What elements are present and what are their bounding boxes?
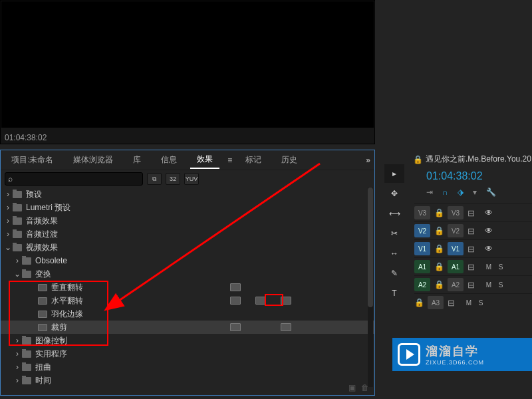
effects-scrollbar[interactable] [368, 188, 373, 387]
track-label[interactable]: A1 [414, 260, 430, 273]
folder-icon [13, 217, 22, 225]
tree-audio-effects[interactable]: ›音频效果 [1, 214, 374, 227]
tabs-overflow-icon[interactable]: » [366, 156, 370, 165]
tree-presets[interactable]: ›预设 [1, 188, 374, 201]
eye-icon[interactable]: 👁 [485, 208, 495, 217]
lock-icon[interactable]: 🔒 [434, 244, 444, 253]
tree-distort[interactable]: ›扭曲 [1, 360, 374, 374]
tab-history[interactable]: 历史 [275, 152, 304, 168]
filter-32bit[interactable]: 32 [166, 173, 180, 185]
track-a2[interactable]: A2 🔒 A2 ⊟ M S [414, 275, 532, 293]
effects-search[interactable]: ⌕ [5, 172, 143, 186]
effect-horizontal-flip[interactable]: 水平翻转 [1, 294, 374, 307]
toggle-output-icon[interactable]: ⊟ [467, 280, 481, 290]
toggle-output-icon[interactable]: ⊟ [467, 244, 481, 254]
marker-icon[interactable]: ⬗ [458, 188, 464, 197]
track-label[interactable]: V3 [414, 206, 430, 219]
tree-utility[interactable]: ›实用程序 [1, 347, 374, 360]
tree-audio-transitions[interactable]: ›音频过渡 [1, 227, 374, 241]
watermark: 溜溜自学 ZIXUE.3D66.COM [392, 338, 532, 371]
tree-time[interactable]: ›时间 [1, 374, 374, 387]
tree-label: 音频过渡 [26, 229, 58, 240]
tool-pen[interactable]: ✎ [384, 264, 404, 283]
tree-label: Lumetri 预设 [26, 202, 70, 213]
toggle-output-icon[interactable]: ⊟ [467, 226, 481, 236]
wrench-icon[interactable]: 🔧 [486, 188, 496, 197]
tree-label: 时间 [35, 375, 51, 386]
effect-crop[interactable]: 裁剪 [1, 321, 374, 334]
folder-icon [13, 231, 22, 238]
linked-selection-icon[interactable]: ∩ [442, 188, 448, 197]
track-v1[interactable]: V1 🔒 V1 ⊟ 👁 [414, 239, 532, 257]
folder-icon [22, 271, 31, 278]
tree-obsolete[interactable]: ›Obsolete [1, 254, 374, 267]
track-label[interactable]: A2 [414, 278, 430, 291]
lock-icon: 🔒 [413, 155, 423, 164]
effect-icon [38, 297, 47, 305]
solo-button[interactable]: S [497, 263, 505, 271]
tree-video-effects[interactable]: ⌄视频效果 [1, 241, 374, 254]
filter-accelerated[interactable]: ⧉ [147, 173, 162, 185]
panel-menu-icon[interactable]: ≡ [227, 156, 232, 165]
toggle-output-icon[interactable]: ⊟ [448, 298, 461, 308]
tool-slip[interactable]: ↔ [384, 244, 404, 263]
tool-selection[interactable]: ▸ [384, 164, 404, 183]
tool-ripple[interactable]: ⟷ [384, 204, 404, 223]
mute-button[interactable]: M [465, 299, 473, 307]
mute-button[interactable]: M [485, 281, 493, 289]
track-source[interactable]: V1 [448, 242, 464, 255]
tab-library[interactable]: 库 [126, 152, 148, 168]
effect-icon [38, 324, 47, 331]
toggle-output-icon[interactable]: ⊟ [467, 262, 481, 272]
track-a3[interactable]: 🔒 A3 ⊟ M S [414, 293, 532, 311]
tool-track-select[interactable]: ✥ [384, 184, 404, 203]
track-source[interactable]: V3 [448, 206, 464, 219]
tab-effects[interactable]: 效果 [190, 151, 219, 169]
preview-panel: 01:04:38:02 [0, 0, 375, 144]
filter-yuv[interactable]: YUV [184, 173, 199, 185]
eye-icon[interactable]: 👁 [485, 244, 495, 253]
tree-lumetri[interactable]: ›Lumetri 预设 [1, 201, 374, 214]
effect-feather-edges[interactable]: 羽化边缘 [1, 307, 374, 321]
delete-icon[interactable]: 🗑 [361, 383, 369, 392]
tab-markers[interactable]: 标记 [239, 152, 268, 168]
lock-icon[interactable]: 🔒 [434, 208, 444, 217]
track-a1[interactable]: A1 🔒 A1 ⊟ M S [414, 257, 532, 275]
track-v2[interactable]: V2 🔒 V2 ⊟ 👁 [414, 221, 532, 239]
track-source[interactable]: V2 [448, 224, 464, 237]
lock-icon[interactable]: 🔒 [434, 226, 444, 235]
tool-razor[interactable]: ✂ [384, 224, 404, 243]
new-bin-icon[interactable]: ▣ [348, 383, 356, 392]
eye-icon[interactable]: 👁 [485, 226, 495, 235]
solo-button[interactable]: S [477, 299, 485, 307]
search-input[interactable] [13, 174, 140, 184]
tree-image-control[interactable]: ›图像控制 [1, 334, 374, 347]
solo-button[interactable]: S [497, 281, 505, 289]
track-v3[interactable]: V3 🔒 V3 ⊟ 👁 [414, 203, 532, 221]
track-label[interactable]: V2 [414, 224, 430, 237]
track-source[interactable]: A1 [448, 260, 464, 273]
track-source[interactable]: A2 [448, 278, 464, 291]
lock-icon[interactable]: 🔒 [434, 262, 444, 271]
tree-transform[interactable]: ⌄变换 [1, 267, 374, 281]
settings-icon[interactable]: ▾ [473, 188, 477, 197]
track-label[interactable]: V1 [414, 242, 430, 255]
tree-label: 裁剪 [51, 322, 67, 333]
lock-icon[interactable]: 🔒 [414, 298, 424, 307]
snap-icon[interactable]: ⇥ [426, 188, 433, 197]
badge-accel-icon [230, 323, 241, 331]
lock-icon[interactable]: 🔒 [434, 280, 444, 289]
timeline-timecode[interactable]: 01:04:38:02 [410, 169, 532, 186]
folder-icon [22, 337, 31, 344]
tab-media-browser[interactable]: 媒体浏览器 [66, 152, 120, 168]
sequence-title[interactable]: 遇见你之前.Me.Before.You.20 [426, 154, 531, 165]
toggle-output-icon[interactable]: ⊟ [467, 208, 481, 218]
track-source[interactable]: A3 [428, 296, 444, 309]
scroll-thumb[interactable] [368, 188, 373, 307]
tab-info[interactable]: 信息 [154, 152, 184, 168]
tab-project[interactable]: 项目:未命名 [5, 152, 60, 168]
tool-type[interactable]: T [384, 284, 404, 303]
mute-button[interactable]: M [485, 263, 493, 271]
preview-video [1, 1, 374, 128]
effect-vertical-flip[interactable]: 垂直翻转 [1, 281, 374, 294]
